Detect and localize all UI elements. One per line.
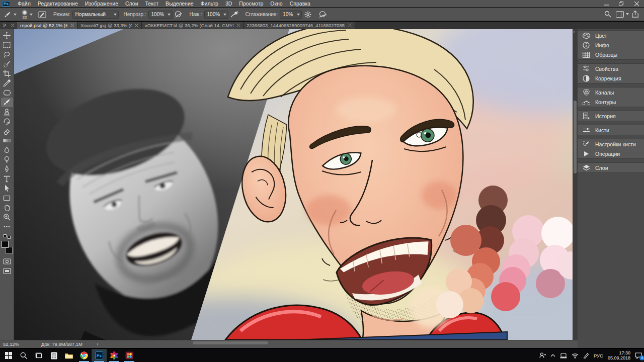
panel-channels[interactable]: Каналы [578,87,644,97]
marquee-tool-icon[interactable] [1,40,13,50]
pressure-size-icon[interactable] [318,10,327,19]
menu-select[interactable]: Выделение [162,1,197,7]
crop-tool-icon[interactable] [1,69,13,78]
vertical-scrollbar[interactable]: ˄ [573,29,578,340]
tab-close-icon[interactable] [135,24,138,27]
default-colors-icon[interactable] [4,234,11,239]
canvas-artwork[interactable] [14,29,573,340]
panel-swatches[interactable]: Образцы [578,50,644,59]
menu-edit[interactable]: Редактирование [34,1,82,7]
panel-paths[interactable]: Контуры [578,97,644,107]
minimize-button[interactable] [599,0,614,8]
menu-window[interactable]: Окно [267,1,286,7]
chrome-app-icon[interactable] [76,349,92,362]
vertical-scroll-thumb[interactable] [574,101,577,173]
chevron-up-icon[interactable] [550,354,555,357]
clock[interactable]: 17:30 05.09.2018 [608,350,630,360]
shape-tool-icon[interactable] [1,193,13,203]
workspace-switcher-icon[interactable] [615,10,624,19]
type-tool-icon[interactable] [1,174,13,184]
pen-tool-icon[interactable] [1,164,13,174]
background-color-swatch[interactable] [6,247,13,254]
history-brush-tool-icon[interactable] [1,117,13,126]
toggle-brush-panel-icon[interactable] [38,10,47,19]
scroll-up-icon[interactable]: ˄ [573,30,575,34]
airbrush-icon[interactable] [230,10,239,19]
panel-layers[interactable]: Слои [578,163,644,172]
edit-toolbar-icon[interactable] [1,222,13,231]
close-button[interactable] [629,0,644,8]
healing-brush-tool-icon[interactable] [1,88,13,98]
task-view-button[interactable] [31,349,46,362]
share-icon[interactable] [630,10,639,19]
tab-close-icon[interactable] [236,24,240,27]
status-options-chevron-icon[interactable]: › [97,341,98,347]
pen-icon[interactable] [583,352,589,358]
brush-preset-picker[interactable]: 32 [22,10,28,20]
menu-type[interactable]: Текст [142,1,162,7]
menu-image[interactable]: Изображение [82,1,122,7]
tab-close-icon[interactable] [348,24,352,27]
people-icon[interactable] [539,352,546,358]
clone-stamp-tool-icon[interactable] [1,107,13,117]
panel-brushes[interactable]: Кисти [578,125,644,135]
menu-file[interactable]: Файл [14,1,34,7]
pressure-opacity-icon[interactable] [174,10,183,19]
flow-select[interactable]: 100% [204,11,228,19]
workspace-chevron-icon[interactable] [626,13,629,15]
document-tab-4[interactable]: 22366803_1444065289009746_41168027085975… [244,22,355,29]
menu-layers[interactable]: Слои [122,1,142,7]
opacity-select[interactable]: 100% [148,11,173,19]
photoshop-taskbar-icon[interactable]: Ps [92,349,107,362]
document-tab-2[interactable]: Хоккей7.jpg @ 33,3% (CMYK/8) [77,22,142,29]
quick-selection-tool-icon[interactable] [1,59,13,69]
file-explorer-icon[interactable] [61,349,76,362]
action-center-icon[interactable]: 4 [635,352,642,359]
eraser-tool-icon[interactable] [1,126,13,136]
menu-view[interactable]: Просмотр [235,1,267,7]
path-select-tool-icon[interactable] [1,184,13,193]
device-icon[interactable] [560,353,567,358]
document-tab-1[interactable]: герой.psd @ 52,1% (КОЖА, RGB/8) * [17,22,77,29]
quick-mask-icon[interactable] [1,256,13,266]
lasso-tool-icon[interactable] [1,50,13,59]
pinwheel-app-icon[interactable] [107,349,122,362]
panel-info[interactable]: Инфо [578,40,644,50]
brush-tool-preset-icon[interactable] [3,10,12,19]
panel-brush-settings[interactable]: Настройки кисти [578,139,644,149]
gradient-tool-icon[interactable] [1,136,13,145]
document-tab-3[interactable]: хОККЕЕИСТ.tif @ 36,2% (Слой 14, CMYK/8) [142,22,244,29]
dodge-tool-icon[interactable] [1,155,13,164]
language-indicator[interactable]: РУС [594,353,603,358]
wifi-icon[interactable] [572,353,579,358]
start-button[interactable] [1,349,16,362]
zoom-tool-icon[interactable] [1,212,13,222]
tab-overflow-icon[interactable] [3,23,7,28]
move-tool-icon[interactable] [1,31,13,40]
tool-preset-chevron-icon[interactable] [14,14,17,16]
search-icon[interactable] [603,10,612,19]
menu-help[interactable]: Справка [286,1,314,7]
panel-adjustments[interactable]: Коррекция [578,73,644,83]
menu-filter[interactable]: Фильтр [197,1,222,7]
screen-mode-icon[interactable] [1,266,13,276]
restore-button[interactable] [614,0,629,8]
foreground-background-swatches[interactable] [2,241,13,254]
smoothing-select[interactable]: 10% [280,11,302,19]
color-grid-app-icon[interactable] [122,349,137,362]
hand-tool-icon[interactable] [1,203,13,212]
horizontal-scroll-thumb[interactable] [193,341,268,344]
panel-actions[interactable]: Операции [578,149,644,158]
blur-tool-icon[interactable] [1,145,13,155]
eyedropper-tool-icon[interactable] [1,78,13,88]
blend-mode-select[interactable]: Нормальный [72,11,119,19]
brush-tool-icon[interactable] [1,98,13,107]
menu-3d[interactable]: 3D [222,1,235,7]
calculator-app-icon[interactable] [46,349,61,362]
taskbar-search-button[interactable] [16,349,31,362]
brush-picker-chevron-icon[interactable] [30,14,33,16]
panel-color[interactable]: Цвет [578,31,644,40]
smoothing-options-gear-icon[interactable] [303,10,312,19]
zoom-level-field[interactable]: 52,12% [3,341,29,347]
tab-close-icon[interactable] [70,24,74,27]
